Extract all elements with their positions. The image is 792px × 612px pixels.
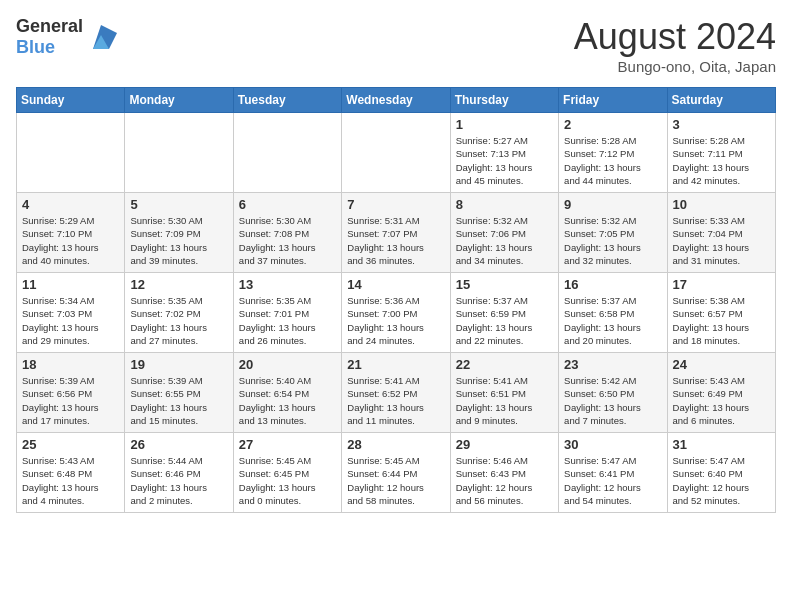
day-number: 18 — [22, 357, 119, 372]
calendar-cell: 12Sunrise: 5:35 AM Sunset: 7:02 PM Dayli… — [125, 273, 233, 353]
calendar-cell: 27Sunrise: 5:45 AM Sunset: 6:45 PM Dayli… — [233, 433, 341, 513]
day-info: Sunrise: 5:27 AM Sunset: 7:13 PM Dayligh… — [456, 134, 553, 187]
day-info: Sunrise: 5:35 AM Sunset: 7:01 PM Dayligh… — [239, 294, 336, 347]
day-info: Sunrise: 5:44 AM Sunset: 6:46 PM Dayligh… — [130, 454, 227, 507]
day-info: Sunrise: 5:38 AM Sunset: 6:57 PM Dayligh… — [673, 294, 770, 347]
day-number: 26 — [130, 437, 227, 452]
day-info: Sunrise: 5:32 AM Sunset: 7:06 PM Dayligh… — [456, 214, 553, 267]
day-number: 2 — [564, 117, 661, 132]
day-number: 13 — [239, 277, 336, 292]
day-number: 1 — [456, 117, 553, 132]
day-number: 23 — [564, 357, 661, 372]
day-info: Sunrise: 5:34 AM Sunset: 7:03 PM Dayligh… — [22, 294, 119, 347]
calendar-cell: 20Sunrise: 5:40 AM Sunset: 6:54 PM Dayli… — [233, 353, 341, 433]
weekday-header-friday: Friday — [559, 88, 667, 113]
day-number: 19 — [130, 357, 227, 372]
day-number: 5 — [130, 197, 227, 212]
day-info: Sunrise: 5:45 AM Sunset: 6:44 PM Dayligh… — [347, 454, 444, 507]
day-number: 4 — [22, 197, 119, 212]
day-number: 3 — [673, 117, 770, 132]
calendar-cell: 22Sunrise: 5:41 AM Sunset: 6:51 PM Dayli… — [450, 353, 558, 433]
day-info: Sunrise: 5:47 AM Sunset: 6:40 PM Dayligh… — [673, 454, 770, 507]
calendar-cell — [233, 113, 341, 193]
weekday-header-row: SundayMondayTuesdayWednesdayThursdayFrid… — [17, 88, 776, 113]
logo-general: General — [16, 16, 83, 36]
calendar-cell: 21Sunrise: 5:41 AM Sunset: 6:52 PM Dayli… — [342, 353, 450, 433]
day-number: 16 — [564, 277, 661, 292]
day-number: 21 — [347, 357, 444, 372]
calendar-week-4: 18Sunrise: 5:39 AM Sunset: 6:56 PM Dayli… — [17, 353, 776, 433]
day-info: Sunrise: 5:39 AM Sunset: 6:55 PM Dayligh… — [130, 374, 227, 427]
day-number: 7 — [347, 197, 444, 212]
day-info: Sunrise: 5:47 AM Sunset: 6:41 PM Dayligh… — [564, 454, 661, 507]
day-info: Sunrise: 5:29 AM Sunset: 7:10 PM Dayligh… — [22, 214, 119, 267]
day-info: Sunrise: 5:40 AM Sunset: 6:54 PM Dayligh… — [239, 374, 336, 427]
month-year: August 2024 — [574, 16, 776, 58]
weekday-header-thursday: Thursday — [450, 88, 558, 113]
calendar-cell: 19Sunrise: 5:39 AM Sunset: 6:55 PM Dayli… — [125, 353, 233, 433]
day-number: 10 — [673, 197, 770, 212]
day-number: 8 — [456, 197, 553, 212]
page-header: General Blue August 2024 Bungo-ono, Oita… — [16, 16, 776, 75]
calendar-week-1: 1Sunrise: 5:27 AM Sunset: 7:13 PM Daylig… — [17, 113, 776, 193]
calendar-cell: 5Sunrise: 5:30 AM Sunset: 7:09 PM Daylig… — [125, 193, 233, 273]
logo-icon — [85, 21, 117, 53]
day-info: Sunrise: 5:33 AM Sunset: 7:04 PM Dayligh… — [673, 214, 770, 267]
calendar-cell: 18Sunrise: 5:39 AM Sunset: 6:56 PM Dayli… — [17, 353, 125, 433]
day-number: 30 — [564, 437, 661, 452]
calendar-cell: 10Sunrise: 5:33 AM Sunset: 7:04 PM Dayli… — [667, 193, 775, 273]
location: Bungo-ono, Oita, Japan — [574, 58, 776, 75]
calendar-cell: 6Sunrise: 5:30 AM Sunset: 7:08 PM Daylig… — [233, 193, 341, 273]
day-info: Sunrise: 5:35 AM Sunset: 7:02 PM Dayligh… — [130, 294, 227, 347]
calendar-cell: 29Sunrise: 5:46 AM Sunset: 6:43 PM Dayli… — [450, 433, 558, 513]
calendar-cell: 17Sunrise: 5:38 AM Sunset: 6:57 PM Dayli… — [667, 273, 775, 353]
day-info: Sunrise: 5:28 AM Sunset: 7:11 PM Dayligh… — [673, 134, 770, 187]
calendar-cell: 7Sunrise: 5:31 AM Sunset: 7:07 PM Daylig… — [342, 193, 450, 273]
day-number: 29 — [456, 437, 553, 452]
calendar-week-5: 25Sunrise: 5:43 AM Sunset: 6:48 PM Dayli… — [17, 433, 776, 513]
logo-blue: Blue — [16, 37, 55, 57]
day-number: 11 — [22, 277, 119, 292]
calendar-cell: 4Sunrise: 5:29 AM Sunset: 7:10 PM Daylig… — [17, 193, 125, 273]
weekday-header-wednesday: Wednesday — [342, 88, 450, 113]
day-number: 6 — [239, 197, 336, 212]
calendar-cell: 15Sunrise: 5:37 AM Sunset: 6:59 PM Dayli… — [450, 273, 558, 353]
calendar-cell: 16Sunrise: 5:37 AM Sunset: 6:58 PM Dayli… — [559, 273, 667, 353]
calendar-cell: 23Sunrise: 5:42 AM Sunset: 6:50 PM Dayli… — [559, 353, 667, 433]
calendar-cell: 3Sunrise: 5:28 AM Sunset: 7:11 PM Daylig… — [667, 113, 775, 193]
day-info: Sunrise: 5:41 AM Sunset: 6:51 PM Dayligh… — [456, 374, 553, 427]
logo: General Blue — [16, 16, 117, 58]
day-number: 27 — [239, 437, 336, 452]
day-info: Sunrise: 5:28 AM Sunset: 7:12 PM Dayligh… — [564, 134, 661, 187]
calendar-cell — [17, 113, 125, 193]
calendar-cell — [125, 113, 233, 193]
day-info: Sunrise: 5:43 AM Sunset: 6:49 PM Dayligh… — [673, 374, 770, 427]
day-number: 20 — [239, 357, 336, 372]
calendar-week-3: 11Sunrise: 5:34 AM Sunset: 7:03 PM Dayli… — [17, 273, 776, 353]
day-number: 9 — [564, 197, 661, 212]
calendar-cell: 24Sunrise: 5:43 AM Sunset: 6:49 PM Dayli… — [667, 353, 775, 433]
day-info: Sunrise: 5:32 AM Sunset: 7:05 PM Dayligh… — [564, 214, 661, 267]
title-area: August 2024 Bungo-ono, Oita, Japan — [574, 16, 776, 75]
day-info: Sunrise: 5:45 AM Sunset: 6:45 PM Dayligh… — [239, 454, 336, 507]
day-info: Sunrise: 5:36 AM Sunset: 7:00 PM Dayligh… — [347, 294, 444, 347]
day-number: 15 — [456, 277, 553, 292]
day-info: Sunrise: 5:30 AM Sunset: 7:08 PM Dayligh… — [239, 214, 336, 267]
day-number: 22 — [456, 357, 553, 372]
day-info: Sunrise: 5:30 AM Sunset: 7:09 PM Dayligh… — [130, 214, 227, 267]
day-info: Sunrise: 5:37 AM Sunset: 6:59 PM Dayligh… — [456, 294, 553, 347]
calendar-cell: 25Sunrise: 5:43 AM Sunset: 6:48 PM Dayli… — [17, 433, 125, 513]
day-number: 17 — [673, 277, 770, 292]
day-info: Sunrise: 5:46 AM Sunset: 6:43 PM Dayligh… — [456, 454, 553, 507]
calendar-cell: 26Sunrise: 5:44 AM Sunset: 6:46 PM Dayli… — [125, 433, 233, 513]
calendar-cell: 2Sunrise: 5:28 AM Sunset: 7:12 PM Daylig… — [559, 113, 667, 193]
day-number: 12 — [130, 277, 227, 292]
calendar-cell: 14Sunrise: 5:36 AM Sunset: 7:00 PM Dayli… — [342, 273, 450, 353]
calendar-cell: 30Sunrise: 5:47 AM Sunset: 6:41 PM Dayli… — [559, 433, 667, 513]
calendar-cell: 31Sunrise: 5:47 AM Sunset: 6:40 PM Dayli… — [667, 433, 775, 513]
day-info: Sunrise: 5:42 AM Sunset: 6:50 PM Dayligh… — [564, 374, 661, 427]
day-number: 24 — [673, 357, 770, 372]
day-info: Sunrise: 5:39 AM Sunset: 6:56 PM Dayligh… — [22, 374, 119, 427]
weekday-header-monday: Monday — [125, 88, 233, 113]
calendar-cell: 28Sunrise: 5:45 AM Sunset: 6:44 PM Dayli… — [342, 433, 450, 513]
